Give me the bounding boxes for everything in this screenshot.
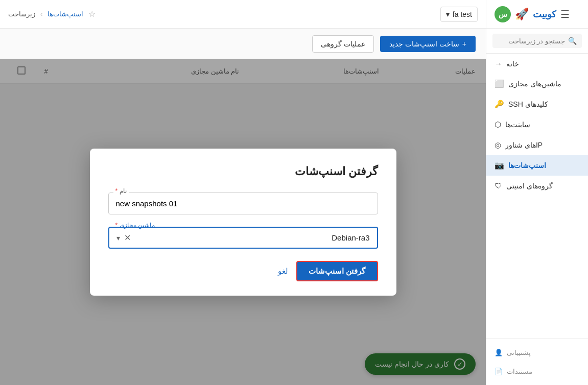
security-groups-icon: 🛡 [495, 181, 502, 190]
sidebar-item-home[interactable]: خانه → [486, 54, 588, 74]
sidebar-header: ☰ کوبیت 🚀 س [486, 0, 588, 29]
vms-icon: ⬜ [495, 79, 504, 88]
topbar-right: fa test ▾ [440, 7, 478, 22]
group-ops-label: عملیات گروهی [321, 40, 365, 48]
menu-toggle-button[interactable]: ☰ [560, 8, 570, 20]
actionbar: + ساخت اسنپ‌شات جدید عملیات گروهی [0, 29, 486, 59]
take-snapshot-button[interactable]: گرفتن اسنپ‌شات [296, 261, 378, 281]
topbar: fa test ▾ ☆ اسنپ‌شات‌ها › زیرساخت [0, 0, 486, 29]
sidebar-item-ssh[interactable]: کلیدهای SSH 🔑 [486, 94, 588, 114]
sidebar: ☰ کوبیت 🚀 س 🔍 خانه → ماشین‌های مجازی ⬜ ک… [486, 0, 588, 385]
project-selector[interactable]: fa test ▾ [440, 7, 478, 22]
floating-ips-icon: ◎ [495, 140, 501, 150]
vm-select[interactable]: Debian-ra3 ✕ ▾ [108, 227, 378, 249]
vm-selected-value: Debian-ra3 [135, 233, 370, 242]
sidebar-nav: خانه → ماشین‌های مجازی ⬜ کلیدهای SSH 🔑 س… [486, 54, 588, 339]
support-label: پشتیبانی [507, 349, 531, 356]
create-icon: + [462, 40, 466, 48]
sidebar-item-snapshots[interactable]: اسنپ‌شات‌ها 📷 [486, 155, 588, 176]
sidebar-item-docs[interactable]: مستندات 📄 [486, 362, 588, 381]
subnets-icon: ⬡ [495, 120, 501, 129]
sidebar-item-security-groups[interactable]: گروه‌های امنیتی 🛡 [486, 176, 588, 196]
name-required: * [115, 187, 118, 195]
main-content: fa test ▾ ☆ اسنپ‌شات‌ها › زیرساخت + ساخت… [0, 0, 486, 385]
logo-text: کوبیت [533, 9, 556, 20]
sidebar-item-vms[interactable]: ماشین‌های مجازی ⬜ [486, 74, 588, 94]
create-snapshot-button[interactable]: + ساخت اسنپ‌شات جدید [380, 36, 476, 52]
security-groups-label: گروه‌های امنیتی [506, 182, 553, 190]
breadcrumb: ☆ اسنپ‌شات‌ها › زیرساخت [8, 9, 96, 19]
modal-dialog: گرفتن اسنپ‌شات نام * ماشین مجازی * [90, 149, 396, 296]
search-input[interactable] [498, 37, 565, 45]
sidebar-search: 🔍 [486, 29, 588, 54]
breadcrumb-separator: › [40, 10, 42, 18]
table-area: عملیات اسنپ‌شات‌ها نام ماشین مجازی # گرف… [0, 59, 486, 385]
logo-green-icon: س [495, 6, 511, 22]
sidebar-item-subnets[interactable]: سابنت‌ها ⬡ [486, 114, 588, 135]
sidebar-item-floating-ips[interactable]: IPهای شناور ◎ [486, 135, 588, 155]
support-icon: 👤 [495, 349, 503, 356]
select-arrow-icon[interactable]: ▾ [116, 234, 120, 242]
modal-title: گرفتن اسنپ‌شات [108, 165, 378, 178]
name-form-group: نام * [108, 192, 378, 214]
search-icon: 🔍 [568, 37, 577, 45]
snapshots-icon: 📷 [495, 161, 504, 170]
sidebar-item-support[interactable]: پشتیبانی 👤 [486, 343, 588, 362]
dropdown-arrow-icon: ▾ [446, 10, 450, 18]
group-ops-button[interactable]: عملیات گروهی [312, 35, 374, 53]
ssh-icon: 🔑 [495, 100, 504, 109]
ssh-label: کلیدهای SSH [508, 100, 548, 108]
home-icon: → [495, 59, 502, 68]
modal-overlay: گرفتن اسنپ‌شات نام * ماشین مجازی * [0, 59, 486, 385]
docs-label: مستندات [507, 368, 532, 375]
vms-label: ماشین‌های مجازی [508, 80, 561, 88]
docs-icon: 📄 [495, 368, 503, 375]
cancel-button[interactable]: لغو [278, 267, 288, 276]
home-label: خانه [506, 60, 519, 68]
floating-ips-label: IPهای شناور [505, 141, 543, 149]
name-input[interactable] [108, 192, 378, 214]
breadcrumb-root: زیرساخت [8, 10, 35, 18]
favorite-icon[interactable]: ☆ [88, 9, 96, 19]
logo-bird-icon: 🚀 [515, 8, 529, 21]
breadcrumb-current: اسنپ‌شات‌ها [48, 10, 83, 18]
vm-form-group: ماشین مجازی * Debian-ra3 ✕ ▾ [108, 227, 378, 249]
select-clear-icon[interactable]: ✕ [124, 233, 131, 243]
create-label: ساخت اسنپ‌شات جدید [389, 40, 459, 48]
name-label: نام * [113, 187, 129, 195]
subnets-label: سابنت‌ها [505, 121, 530, 129]
sidebar-footer: پشتیبانی 👤 مستندات 📄 [486, 339, 588, 385]
project-name: fa test [453, 10, 472, 18]
snapshots-label: اسنپ‌شات‌ها [508, 161, 546, 170]
modal-footer: گرفتن اسنپ‌شات لغو [108, 261, 378, 281]
